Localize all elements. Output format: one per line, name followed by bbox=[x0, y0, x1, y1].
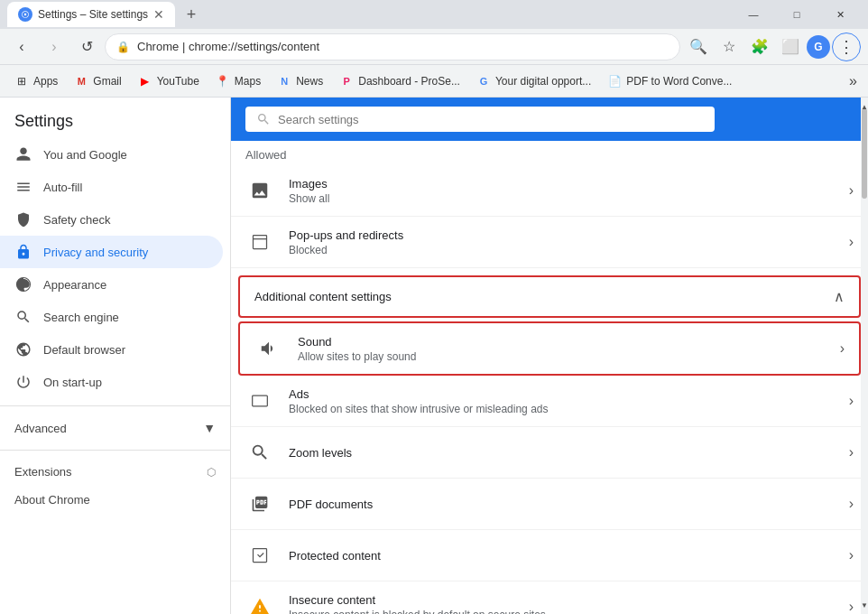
sound-subtitle: Allow sites to play sound bbox=[298, 350, 826, 363]
warning-icon bbox=[245, 592, 274, 614]
images-setting-item[interactable]: Images Show all › bbox=[231, 165, 868, 217]
browser-toolbar: ‹ › ↺ 🔒 Chrome | chrome://settings/conte… bbox=[0, 29, 868, 65]
sidebar-divider bbox=[0, 405, 230, 406]
zoom-icon bbox=[245, 438, 274, 467]
sidebar-item-search-engine[interactable]: Search engine bbox=[0, 301, 223, 333]
browser-tab[interactable]: Settings – Site settings ✕ bbox=[7, 2, 175, 27]
lock-icon bbox=[14, 243, 32, 261]
extensions-icon[interactable]: 🧩 bbox=[745, 33, 774, 61]
pdf-arrow: › bbox=[849, 496, 854, 512]
sidebar-item-default-browser[interactable]: Default browser bbox=[0, 333, 223, 366]
svg-rect-4 bbox=[253, 395, 268, 406]
bookmark-dashboard[interactable]: P Dashboard - ProSe... bbox=[332, 70, 467, 92]
bookmark-news[interactable]: N News bbox=[270, 70, 330, 92]
pdf-title: PDF documents bbox=[289, 498, 835, 511]
scrollbar-thumb[interactable] bbox=[862, 108, 867, 199]
sidebar-item-search-engine-label: Search engine bbox=[43, 311, 119, 324]
sound-setting-item[interactable]: Sound Allow sites to play sound › bbox=[238, 321, 861, 376]
forward-button[interactable]: › bbox=[40, 33, 69, 61]
scrollbar-down-arrow[interactable]: ▼ bbox=[861, 600, 868, 610]
sound-icon bbox=[254, 334, 283, 363]
zoom-setting-item[interactable]: Zoom levels › bbox=[231, 427, 868, 479]
external-link-icon: ⬡ bbox=[207, 466, 216, 479]
news-icon: N bbox=[277, 74, 291, 88]
popups-setting-item[interactable]: Pop-ups and redirects Blocked › bbox=[231, 217, 868, 268]
popup-icon bbox=[245, 228, 274, 256]
sidebar-item-privacy-security[interactable]: Privacy and security bbox=[0, 236, 223, 268]
tab-title: Settings – Site settings bbox=[38, 8, 148, 21]
cast-icon[interactable]: ⬜ bbox=[776, 33, 805, 61]
bookmark-digital[interactable]: G Your digital opport... bbox=[469, 70, 598, 92]
minimize-button[interactable]: — bbox=[733, 0, 774, 29]
sound-text: Sound Allow sites to play sound bbox=[298, 335, 826, 363]
settings-search-input[interactable] bbox=[278, 113, 704, 126]
bookmark-maps[interactable]: 📍 Maps bbox=[208, 70, 268, 92]
close-button[interactable]: ✕ bbox=[819, 0, 861, 29]
tab-favicon bbox=[18, 7, 32, 22]
settings-search-box[interactable] bbox=[245, 107, 715, 132]
bookmark-youtube[interactable]: ▶ YouTube bbox=[131, 70, 207, 92]
url-path: chrome://settings/content bbox=[189, 40, 319, 53]
person-icon bbox=[14, 145, 32, 163]
dashboard-icon: P bbox=[339, 74, 354, 88]
sidebar-item-safety-check[interactable]: Safety check bbox=[0, 203, 223, 236]
sidebar-item-advanced[interactable]: Advanced ▼ bbox=[0, 414, 230, 442]
sidebar-item-on-startup[interactable]: On start-up bbox=[0, 366, 223, 398]
sidebar-title: Settings bbox=[0, 98, 230, 138]
scrollbar-up-arrow[interactable]: ▲ bbox=[861, 101, 868, 112]
bookmark-apps[interactable]: ⊞ Apps bbox=[7, 70, 65, 92]
autofill-icon bbox=[14, 178, 32, 196]
bookmark-apps-label: Apps bbox=[33, 75, 58, 88]
bookmark-star-icon[interactable]: ☆ bbox=[715, 33, 743, 61]
sidebar-item-appearance-label: Appearance bbox=[43, 278, 106, 292]
address-bar[interactable]: 🔒 Chrome | chrome://settings/content bbox=[105, 33, 680, 60]
bookmark-digital-label: Your digital opport... bbox=[495, 75, 591, 88]
bookmark-pdf[interactable]: 📄 PDF to Word Conve... bbox=[600, 70, 739, 92]
popups-title: Pop-ups and redirects bbox=[289, 228, 835, 242]
window-controls: — □ ✕ bbox=[733, 0, 861, 29]
sidebar-advanced-label: Advanced bbox=[14, 422, 67, 435]
new-tab-button[interactable]: + bbox=[179, 2, 204, 27]
url-separator: | bbox=[182, 40, 189, 53]
popups-text: Pop-ups and redirects Blocked bbox=[289, 228, 835, 256]
sidebar-item-you-and-google-label: You and Google bbox=[43, 148, 127, 162]
maximize-button[interactable]: □ bbox=[776, 0, 817, 29]
protected-content-icon bbox=[245, 541, 274, 570]
tab-close-button[interactable]: ✕ bbox=[153, 7, 164, 22]
settings-header bbox=[231, 98, 868, 141]
avatar[interactable]: G bbox=[807, 35, 830, 59]
bookmark-gmail[interactable]: M Gmail bbox=[67, 70, 128, 92]
sound-title: Sound bbox=[298, 335, 826, 349]
apps-grid-icon: ⊞ bbox=[14, 74, 29, 88]
reload-button[interactable]: ↺ bbox=[72, 33, 101, 61]
pdf-setting-item[interactable]: PDF documents › bbox=[231, 479, 868, 530]
sidebar-item-extensions[interactable]: Extensions ⬡ bbox=[0, 458, 230, 486]
sidebar-item-appearance[interactable]: Appearance bbox=[0, 268, 223, 301]
chrome-menu-button[interactable]: ⋮ bbox=[832, 33, 861, 61]
images-title: Images bbox=[289, 177, 835, 191]
sidebar-item-auto-fill[interactable]: Auto-fill bbox=[0, 171, 223, 203]
bookmark-dashboard-label: Dashboard - ProSe... bbox=[358, 75, 460, 88]
svg-point-0 bbox=[24, 14, 27, 16]
additional-collapse-icon: ∧ bbox=[834, 288, 845, 305]
ads-setting-item[interactable]: Ads Blocked on sites that show intrusive… bbox=[231, 376, 868, 427]
titlebar-left: Settings – Site settings ✕ + bbox=[7, 2, 204, 27]
insecure-content-setting-item[interactable]: Insecure content Insecure content is blo… bbox=[231, 581, 868, 614]
svg-rect-2 bbox=[254, 236, 267, 249]
additional-settings-text: Additional content settings bbox=[254, 290, 819, 303]
additional-content-settings-header[interactable]: Additional content settings ∧ bbox=[238, 275, 861, 318]
images-subtitle: Show all bbox=[289, 192, 835, 205]
bookmarks-more-button[interactable]: » bbox=[845, 70, 861, 93]
protected-content-setting-item[interactable]: Protected content › bbox=[231, 530, 868, 581]
sidebar-item-privacy-label: Privacy and security bbox=[43, 246, 148, 259]
search-icon-btn[interactable]: 🔍 bbox=[684, 33, 713, 61]
sidebar-extensions-label: Extensions bbox=[14, 465, 72, 479]
sidebar-item-you-and-google[interactable]: You and Google bbox=[0, 138, 223, 171]
scrollbar-track[interactable]: ▲ ▼ bbox=[861, 98, 868, 614]
images-text: Images Show all bbox=[289, 177, 835, 205]
back-button[interactable]: ‹ bbox=[7, 33, 36, 61]
sidebar-divider-2 bbox=[0, 450, 230, 451]
sidebar-item-about-chrome[interactable]: About Chrome bbox=[0, 486, 230, 514]
youtube-icon: ▶ bbox=[138, 74, 152, 88]
search-engine-icon bbox=[14, 308, 32, 326]
